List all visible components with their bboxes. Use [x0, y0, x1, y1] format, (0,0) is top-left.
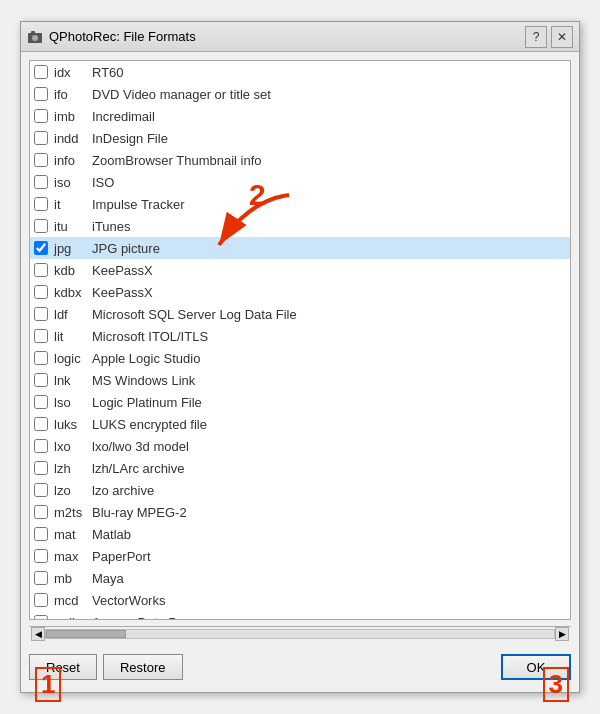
format-checkbox[interactable]	[34, 549, 48, 563]
format-checkbox[interactable]	[34, 417, 48, 431]
format-desc: Microsoft ITOL/ITLS	[92, 329, 208, 344]
format-desc: VectorWorks	[92, 593, 165, 608]
format-checkbox[interactable]	[34, 571, 48, 585]
list-item[interactable]: lit Microsoft ITOL/ITLS	[30, 325, 570, 347]
list-item[interactable]: ifo DVD Video manager or title set	[30, 83, 570, 105]
list-item[interactable]: lzh lzh/LArc archive	[30, 457, 570, 479]
format-ext: info	[54, 153, 92, 168]
format-desc: Apple Logic Studio	[92, 351, 200, 366]
format-desc: iTunes	[92, 219, 131, 234]
list-item[interactable]: mb Maya	[30, 567, 570, 589]
format-ext: mcd	[54, 593, 92, 608]
scroll-right-btn[interactable]: ▶	[555, 627, 569, 641]
format-checkbox[interactable]	[34, 241, 48, 255]
restore-button[interactable]: Restore	[103, 654, 183, 680]
horizontal-scrollbar[interactable]: ◀ ▶	[29, 626, 571, 640]
format-checkbox[interactable]	[34, 395, 48, 409]
format-desc: lzh/LArc archive	[92, 461, 184, 476]
list-item[interactable]: iso ISO	[30, 171, 570, 193]
format-ext: kdb	[54, 263, 92, 278]
format-checkbox[interactable]	[34, 263, 48, 277]
list-item[interactable]: mcd VectorWorks	[30, 589, 570, 611]
format-checkbox[interactable]	[34, 593, 48, 607]
format-checkbox[interactable]	[34, 65, 48, 79]
format-checkbox[interactable]	[34, 527, 48, 541]
list-item[interactable]: info ZoomBrowser Thumbnail info	[30, 149, 570, 171]
list-item[interactable]: it Impulse Tracker	[30, 193, 570, 215]
format-ext: mdb	[54, 615, 92, 621]
format-checkbox[interactable]	[34, 373, 48, 387]
format-ext: ldf	[54, 307, 92, 322]
format-ext: logic	[54, 351, 92, 366]
list-item[interactable]: lso Logic Platinum File	[30, 391, 570, 413]
format-checkbox[interactable]	[34, 329, 48, 343]
window-title: QPhotoRec: File Formats	[49, 29, 196, 44]
format-desc: Matlab	[92, 527, 131, 542]
format-checkbox[interactable]	[34, 439, 48, 453]
format-checkbox[interactable]	[34, 175, 48, 189]
format-desc: lzo archive	[92, 483, 154, 498]
format-ext: idx	[54, 65, 92, 80]
format-desc: Access Data Base	[92, 615, 198, 621]
format-checkbox[interactable]	[34, 153, 48, 167]
list-item[interactable]: mat Matlab	[30, 523, 570, 545]
format-checkbox[interactable]	[34, 307, 48, 321]
format-ext: lxo	[54, 439, 92, 454]
format-desc: MS Windows Link	[92, 373, 195, 388]
list-item[interactable]: itu iTunes	[30, 215, 570, 237]
title-bar-left: QPhotoRec: File Formats	[27, 29, 196, 45]
badge-3: 3	[543, 667, 569, 702]
format-ext: luks	[54, 417, 92, 432]
format-checkbox[interactable]	[34, 109, 48, 123]
list-item[interactable]: lxo lxo/lwo 3d model	[30, 435, 570, 457]
list-item[interactable]: indd InDesign File	[30, 127, 570, 149]
format-checkbox[interactable]	[34, 87, 48, 101]
format-ext: kdbx	[54, 285, 92, 300]
svg-rect-2	[31, 31, 35, 34]
format-desc: ZoomBrowser Thumbnail info	[92, 153, 262, 168]
content-area: idx RT60ifo DVD Video manager or title s…	[21, 52, 579, 692]
format-checkbox[interactable]	[34, 285, 48, 299]
list-item[interactable]: logic Apple Logic Studio	[30, 347, 570, 369]
list-item[interactable]: kdb KeePassX	[30, 259, 570, 281]
format-checkbox[interactable]	[34, 483, 48, 497]
format-checkbox[interactable]	[34, 615, 48, 620]
format-desc: Incredimail	[92, 109, 155, 124]
list-item[interactable]: lnk MS Windows Link	[30, 369, 570, 391]
main-window: QPhotoRec: File Formats ? ✕ idx RT60ifo …	[20, 21, 580, 693]
reset-btn-wrapper: Reset 1	[29, 654, 97, 680]
list-item[interactable]: imb Incredimail	[30, 105, 570, 127]
format-desc: Microsoft SQL Server Log Data File	[92, 307, 297, 322]
format-ext: itu	[54, 219, 92, 234]
list-item[interactable]: jpg JPG picture	[30, 237, 570, 259]
list-item[interactable]: lzo lzo archive	[30, 479, 570, 501]
bottom-left-buttons: Reset 1 Restore	[29, 654, 183, 680]
scroll-thumb[interactable]	[46, 630, 126, 638]
format-checkbox[interactable]	[34, 219, 48, 233]
list-item[interactable]: m2ts Blu-ray MPEG-2	[30, 501, 570, 523]
format-ext: it	[54, 197, 92, 212]
list-item[interactable]: luks LUKS encrypted file	[30, 413, 570, 435]
format-checkbox[interactable]	[34, 197, 48, 211]
help-button[interactable]: ?	[525, 26, 547, 48]
format-ext: imb	[54, 109, 92, 124]
svg-point-1	[32, 35, 38, 41]
scroll-track[interactable]	[45, 629, 555, 639]
format-ext: lzo	[54, 483, 92, 498]
format-ext: mat	[54, 527, 92, 542]
format-checkbox[interactable]	[34, 131, 48, 145]
scroll-left-btn[interactable]: ◀	[31, 627, 45, 641]
file-format-list[interactable]: idx RT60ifo DVD Video manager or title s…	[29, 60, 571, 620]
format-desc: Maya	[92, 571, 124, 586]
close-button[interactable]: ✕	[551, 26, 573, 48]
list-item[interactable]: kdbx KeePassX	[30, 281, 570, 303]
list-item[interactable]: max PaperPort	[30, 545, 570, 567]
format-desc: Impulse Tracker	[92, 197, 184, 212]
format-desc: Blu-ray MPEG-2	[92, 505, 187, 520]
list-item[interactable]: idx RT60	[30, 61, 570, 83]
format-checkbox[interactable]	[34, 351, 48, 365]
format-checkbox[interactable]	[34, 505, 48, 519]
list-item[interactable]: ldf Microsoft SQL Server Log Data File	[30, 303, 570, 325]
format-checkbox[interactable]	[34, 461, 48, 475]
list-item[interactable]: mdb Access Data Base	[30, 611, 570, 620]
